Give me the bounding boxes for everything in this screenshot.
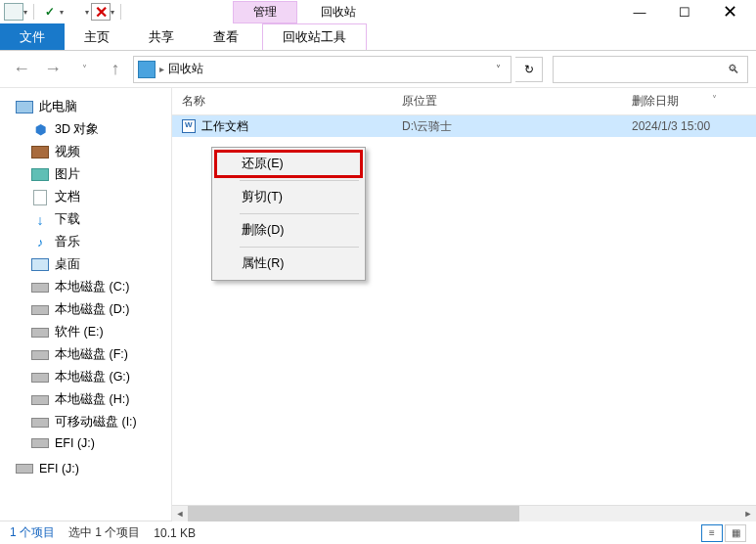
scroll-right-icon[interactable]: ►	[740, 506, 756, 521]
maximize-button[interactable]: ☐	[662, 0, 707, 23]
disk-icon	[31, 371, 49, 385]
sidebar-item-disk-f[interactable]: 本地磁盘 (F:)	[0, 343, 171, 366]
sidebar-item-label: 本地磁盘 (H:)	[55, 391, 129, 408]
qat-delete-icon[interactable]: ✕	[91, 3, 111, 21]
refresh-button[interactable]: ↻	[515, 57, 543, 82]
sidebar-item-label: 可移动磁盘 (I:)	[55, 414, 137, 431]
separator	[240, 247, 359, 248]
column-deleted-date[interactable]: 删除日期	[622, 93, 756, 110]
separator	[33, 4, 34, 20]
separator	[240, 180, 359, 181]
icons-view-button[interactable]: ▦	[725, 524, 746, 542]
column-name[interactable]: 名称	[172, 93, 392, 110]
qat-blank-icon[interactable]	[66, 3, 85, 21]
disk-icon	[31, 326, 49, 340]
sidebar-item-this-pc[interactable]: 此电脑	[0, 96, 171, 118]
sidebar-item-disk-g[interactable]: 本地磁盘 (G:)	[0, 366, 171, 388]
status-item-count: 1 个项目	[10, 524, 55, 541]
forward-button[interactable]: →	[39, 56, 67, 83]
search-box[interactable]: 🔍︎	[553, 56, 748, 83]
disk-icon	[16, 462, 33, 476]
minimize-button[interactable]: —	[617, 0, 662, 23]
sidebar-item-disk-h[interactable]: 本地磁盘 (H:)	[0, 388, 171, 411]
chevron-down-icon[interactable]: ▾	[111, 8, 114, 17]
close-button[interactable]: ✕	[707, 0, 752, 23]
tab-home[interactable]: 主页	[65, 23, 129, 50]
context-menu-restore[interactable]: 还原(E)	[214, 150, 363, 178]
address-input[interactable]	[168, 63, 486, 76]
sidebar-item-disk-d[interactable]: 本地磁盘 (D:)	[0, 298, 171, 321]
chevron-down-icon[interactable]: ˅	[490, 64, 507, 74]
download-icon: ↓	[31, 213, 49, 227]
sidebar-item-label: 音乐	[55, 234, 80, 250]
separator	[240, 213, 359, 214]
music-icon: ♪	[31, 236, 49, 249]
chevron-down-icon[interactable]: ▾	[60, 8, 64, 17]
view-switcher: ≡ ▦	[701, 524, 746, 542]
sidebar-item-video[interactable]: 视频	[0, 141, 171, 163]
disk-icon	[31, 303, 49, 317]
ribbon-tabs: 文件 主页 共享 查看 回收站工具	[0, 23, 756, 51]
disk-icon	[31, 393, 49, 407]
desktop-icon	[31, 258, 49, 272]
sidebar-item-disk-c[interactable]: 本地磁盘 (C:)	[0, 276, 171, 298]
context-menu-delete[interactable]: 删除(D)	[214, 216, 363, 245]
title-bar: ▾ ✓ ▾ ▾ ✕ ▾ 管理 回收站 — ☐ ✕	[0, 0, 756, 23]
sidebar-item-label: 图片	[55, 166, 80, 183]
context-menu-cut[interactable]: 剪切(T)	[214, 183, 363, 211]
recycle-bin-icon	[138, 61, 156, 78]
navigation-bar: ← → ˅ ↑ ▸ ˅ ↻ 🔍︎	[0, 51, 756, 88]
back-button[interactable]: ←	[8, 56, 35, 83]
sidebar-item-disk-e[interactable]: 软件 (E:)	[0, 321, 171, 343]
status-selected-count: 选中 1 个项目	[68, 524, 140, 541]
tab-view[interactable]: 查看	[194, 23, 258, 50]
breadcrumb-arrow-icon[interactable]: ▸	[159, 64, 164, 74]
sidebar-item-documents[interactable]: 文档	[0, 186, 171, 208]
navigation-pane: 此电脑 ⬢3D 对象 视频 图片 文档 ↓下载 ♪音乐 桌面 本地磁盘 (C:)…	[0, 88, 172, 521]
sidebar-item-label: 此电脑	[39, 99, 77, 115]
sidebar-item-pictures[interactable]: 图片	[0, 163, 171, 186]
sidebar-item-downloads[interactable]: ↓下载	[0, 208, 171, 231]
sidebar-item-disk-j[interactable]: EFI (J:)	[0, 433, 171, 453]
qat-app-icon[interactable]	[4, 3, 23, 21]
sidebar-item-label: 本地磁盘 (G:)	[55, 369, 130, 385]
disk-icon	[31, 416, 49, 430]
pc-icon	[16, 101, 33, 114]
contextual-tab-manage[interactable]: 管理	[233, 1, 297, 23]
address-bar[interactable]: ▸ ˅	[133, 56, 511, 83]
up-button[interactable]: ↑	[102, 56, 129, 83]
file-row-selected[interactable]: 工作文档 D:\云骑士 2024/1/3 15:00	[172, 115, 756, 137]
sidebar-item-disk-i[interactable]: 可移动磁盘 (I:)	[0, 411, 171, 433]
details-view-button[interactable]: ≡	[701, 524, 723, 542]
chevron-down-icon[interactable]: ▾	[85, 8, 89, 17]
file-location-cell: D:\云骑士	[392, 118, 622, 135]
refresh-icon: ↻	[524, 63, 534, 76]
sidebar-item-disk-j2[interactable]: EFI (J:)	[0, 459, 171, 478]
context-menu-properties[interactable]: 属性(R)	[214, 249, 363, 278]
column-headers: 名称 原位置 删除日期 ˅	[172, 88, 756, 115]
tab-file[interactable]: 文件	[0, 23, 65, 50]
file-deleted-cell: 2024/1/3 15:00	[622, 119, 756, 133]
scroll-thumb[interactable]	[188, 506, 519, 521]
sidebar-item-music[interactable]: ♪音乐	[0, 231, 171, 253]
cube-icon: ⬢	[31, 123, 49, 137]
chevron-down-icon[interactable]: ˅	[70, 56, 98, 83]
main-area: 此电脑 ⬢3D 对象 视频 图片 文档 ↓下载 ♪音乐 桌面 本地磁盘 (C:)…	[0, 88, 756, 521]
quick-access-toolbar: ▾ ✓ ▾ ▾ ✕ ▾	[4, 3, 125, 21]
scroll-left-icon[interactable]: ◄	[172, 506, 188, 521]
qat-check-icon[interactable]: ✓	[40, 3, 60, 21]
horizontal-scrollbar[interactable]: ◄ ►	[172, 505, 756, 521]
sort-indicator-icon: ˅	[712, 94, 717, 105]
sidebar-item-label: 本地磁盘 (F:)	[55, 346, 128, 363]
scroll-track[interactable]	[188, 506, 740, 521]
status-bar: 1 个项目 选中 1 个项目 10.1 KB ≡ ▦	[0, 521, 756, 544]
file-name-label: 工作文档	[201, 118, 248, 135]
tab-share[interactable]: 共享	[129, 23, 194, 50]
separator	[120, 4, 121, 20]
sidebar-item-3d[interactable]: ⬢3D 对象	[0, 118, 171, 141]
disk-icon	[31, 436, 49, 450]
column-location[interactable]: 原位置	[392, 93, 622, 110]
tab-recycle-tools[interactable]: 回收站工具	[262, 23, 367, 50]
chevron-down-icon[interactable]: ▾	[23, 8, 27, 17]
sidebar-item-desktop[interactable]: 桌面	[0, 253, 171, 276]
